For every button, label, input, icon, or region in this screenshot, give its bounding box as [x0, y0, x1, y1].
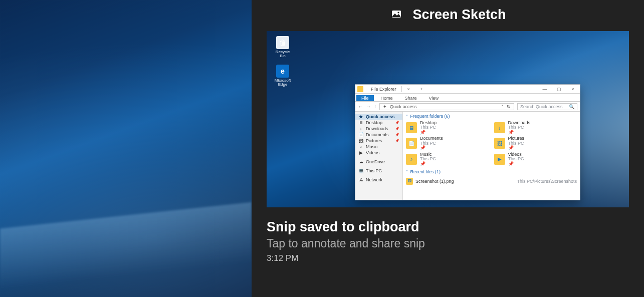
recent-file-name: Screenshot (1).png: [415, 179, 454, 184]
sidebar-item-label: OneDrive: [366, 159, 385, 164]
explorer-content: ˅ Frequent folders (6) 🖥DesktopThis PC📌↓…: [403, 112, 580, 200]
folder-item: 📄DocumentsThis PC📌: [406, 136, 489, 150]
notification-header: Screen Sketch: [252, 0, 644, 29]
group-frequent-folders: ˅ Frequent folders (6): [406, 114, 577, 119]
chevron-down-icon: ˅: [501, 104, 504, 109]
sidebar-item: 🖼Pictures📌: [355, 138, 402, 144]
sidebar-item: ♪Music: [355, 144, 402, 150]
thumbnail-desktop-icons: 🗑 Recycle Bin e Microsoft Edge: [273, 36, 303, 93]
desktop-icon-label: Recycle Bin: [273, 50, 293, 59]
sidebar-item-label: Pictures: [366, 138, 382, 143]
breadcrumb-text: Quick access: [390, 104, 417, 109]
desktop-icon-edge: e Microsoft Edge: [273, 65, 293, 87]
folder-item: ↓DownloadsThis PC📌: [494, 121, 577, 135]
sidebar-item-label: Network: [366, 177, 382, 182]
sidebar-item-icon: 🖧: [358, 177, 363, 182]
notification-body[interactable]: Snip saved to clipboard Tap to annotate …: [252, 207, 644, 263]
sidebar-item-label: Downloads: [366, 126, 388, 131]
image-file-icon: 🖼: [406, 178, 413, 185]
chevron-down-icon: ˅: [406, 114, 408, 119]
folder-item: 🖥DesktopThis PC📌: [406, 121, 489, 135]
ribbon-tab-share: Share: [400, 95, 422, 101]
pin-icon: 📌: [508, 130, 531, 135]
folder-item: 🖼PicturesThis PC📌: [494, 136, 577, 150]
notification-thumbnail[interactable]: 🗑 Recycle Bin e Microsoft Edge File Expl…: [267, 31, 629, 207]
ribbon-tab-home: Home: [376, 95, 398, 101]
minimize-icon: —: [538, 87, 552, 92]
sidebar-item-icon: ★: [358, 114, 363, 119]
explorer-ribbon-tabs: File Home Share View: [355, 94, 580, 102]
folder-icon: ↓: [494, 122, 505, 133]
ribbon-tab-file: File: [356, 95, 374, 101]
group-label: Recent files (1): [410, 169, 441, 174]
sidebar-item-icon: ♪: [358, 144, 363, 149]
notification-app-name: Screen Sketch: [412, 7, 506, 23]
sidebar-item-label: Music: [366, 144, 378, 149]
window-controls: — ▢ ×: [538, 87, 580, 92]
pin-icon: 📌: [395, 133, 399, 137]
sidebar-item-icon: 🖥: [358, 120, 363, 125]
folder-item: ▶VideosThis PC📌: [494, 152, 577, 166]
explorer-address-bar: ← → ↑ ✦ Quick access ˅ ↻ Search Quick ac…: [355, 102, 580, 112]
sidebar-item-icon: ☁: [358, 159, 363, 164]
up-icon: ↑: [374, 104, 376, 109]
ribbon-tab-view: View: [424, 95, 444, 101]
sidebar-item: ☁OneDrive: [355, 159, 402, 165]
recent-file-location: This PC\Pictures\Screenshots: [517, 179, 577, 184]
close-icon: ×: [566, 87, 580, 92]
folder-icon: ▶: [494, 154, 505, 165]
folder-icon: 🖥: [406, 122, 417, 133]
group-recent-files: ˅ Recent files (1): [406, 169, 577, 174]
sidebar-item-icon: 📄: [358, 132, 363, 137]
pin-icon: 📌: [395, 127, 399, 131]
pin-icon: 📌: [508, 162, 524, 166]
group-label: Frequent folders (6): [410, 114, 450, 119]
sidebar-item: 🖥Desktop📌: [355, 120, 402, 126]
search-icon: 🔍: [569, 104, 574, 109]
back-icon: ←: [358, 104, 363, 109]
pin-icon: 📌: [420, 130, 437, 135]
frequent-folders-grid: 🖥DesktopThis PC📌↓DownloadsThis PC📌📄Docum…: [406, 121, 577, 166]
forward-icon: →: [366, 104, 371, 109]
sidebar-item: 💻This PC: [355, 168, 402, 174]
desktop-background: [0, 0, 252, 297]
pin-icon: 📌: [420, 146, 443, 150]
sidebar-item-icon: ▶: [358, 150, 363, 155]
folder-icon: [357, 86, 363, 92]
folder-icon: 🖼: [494, 138, 505, 149]
folder-icon: ♪: [406, 154, 417, 165]
sidebar-item-icon: 💻: [358, 168, 363, 173]
explorer-sidebar: ★Quick access🖥Desktop📌↓Downloads📌📄Docume…: [355, 112, 403, 200]
chevron-down-icon: ˅: [406, 170, 408, 174]
search-input: Search Quick access 🔍: [517, 103, 577, 110]
screen-sketch-icon: [389, 8, 403, 22]
sidebar-item: ▶Videos: [355, 150, 402, 156]
close-tab-icon: ×: [404, 87, 413, 92]
explorer-tab: File Explorer: [366, 86, 402, 92]
sidebar-item-label: This PC: [366, 168, 382, 173]
sidebar-item: ★Quick access: [355, 114, 402, 120]
pin-icon: 📌: [420, 162, 436, 166]
breadcrumb: ✦ Quick access ˅ ↻: [379, 103, 514, 110]
sidebar-item-label: Desktop: [366, 120, 382, 125]
notification-toast[interactable]: Screen Sketch 🗑 Recycle Bin e Microsoft …: [252, 0, 644, 297]
notification-time: 3:12 PM: [267, 253, 629, 263]
sidebar-item-label: Videos: [366, 150, 379, 155]
sidebar-item: 🖧Network: [355, 177, 402, 183]
sidebar-item-label: Quick access: [366, 114, 395, 119]
refresh-icon: ↻: [507, 104, 511, 109]
notification-subtitle: Tap to annotate and share snip: [267, 237, 629, 250]
desktop-icon-label: Microsoft Edge: [273, 79, 293, 87]
folder-icon: 📄: [406, 138, 417, 149]
pin-icon: 📌: [395, 121, 399, 125]
sidebar-item: ↓Downloads📌: [355, 126, 402, 132]
folder-item: ♪MusicThis PC📌: [406, 152, 489, 166]
desktop-icon-recycle-bin: 🗑 Recycle Bin: [273, 36, 293, 59]
pin-icon: 📌: [508, 146, 525, 150]
notification-title: Snip saved to clipboard: [267, 219, 629, 235]
file-explorer-window: File Explorer × + — ▢ × File Home Share …: [355, 84, 580, 200]
pin-icon: 📌: [395, 139, 399, 143]
edge-icon: e: [276, 65, 289, 78]
new-tab-icon: +: [415, 87, 423, 92]
sidebar-item: 📄Documents📌: [355, 132, 402, 138]
